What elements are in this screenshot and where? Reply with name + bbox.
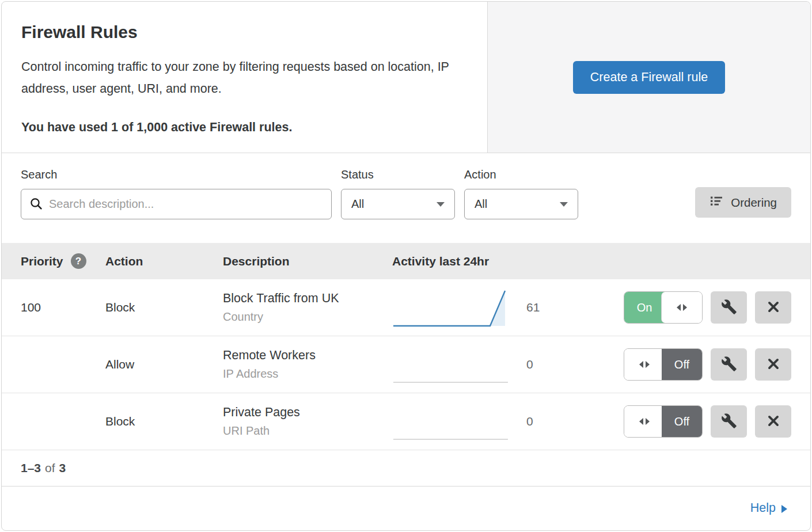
filter-bar: Search Status All Action All: [2, 153, 810, 243]
arrow-right-icon: [683, 304, 687, 311]
toggle-state-label: Off: [662, 349, 702, 380]
ordering-button[interactable]: Ordering: [695, 187, 791, 218]
edit-rule-button[interactable]: [711, 405, 747, 438]
chevron-down-icon: [560, 202, 568, 207]
status-selected-value: All: [351, 197, 364, 211]
rule-enabled-toggle[interactable]: Off: [624, 405, 703, 438]
pagination-range: 1–3: [21, 461, 41, 475]
toggle-drag-handle[interactable]: [624, 406, 665, 437]
table-row: 100 Block Block Traffic from UK Country …: [2, 279, 810, 336]
table-header: Priority ? Action Description Activity l…: [2, 243, 810, 279]
status-label: Status: [341, 168, 455, 181]
arrow-left-icon: [677, 304, 681, 311]
activity-sparkline: [392, 399, 510, 444]
table-row: Block Private Pages URI Path 0 Off: [2, 393, 810, 450]
delete-rule-button[interactable]: [755, 291, 791, 324]
rule-description: Block Traffic from UK: [223, 291, 392, 306]
rule-description: Private Pages: [223, 405, 392, 420]
activity-sparkline: [392, 342, 510, 387]
rule-action: Allow: [105, 358, 223, 371]
ordering-list-icon: [709, 194, 723, 211]
usage-note: You have used 1 of 1,000 active Firewall…: [21, 120, 468, 135]
arrow-left-icon: [639, 361, 643, 368]
action-selected-value: All: [475, 197, 487, 211]
help-link-label: Help: [750, 501, 776, 515]
search-label: Search: [21, 168, 332, 181]
delete-rule-button[interactable]: [755, 348, 791, 381]
column-priority: Priority: [21, 254, 63, 268]
delete-rule-button[interactable]: [755, 405, 791, 438]
pagination-of-label: of: [45, 461, 55, 475]
create-firewall-rule-button[interactable]: Create a Firewall rule: [573, 61, 725, 94]
activity-sparkline: [392, 285, 510, 330]
column-description: Description: [223, 254, 392, 268]
rule-description: Remote Workers: [223, 348, 392, 363]
rule-action: Block: [105, 415, 223, 428]
action-label: Action: [464, 168, 578, 181]
status-filter-group: Status All: [341, 168, 455, 243]
arrow-right-icon: [646, 361, 650, 368]
close-icon: [766, 356, 781, 373]
wrench-icon: [721, 356, 737, 374]
page-description: Control incoming traffic to your zone by…: [21, 56, 465, 100]
wrench-icon: [721, 413, 737, 431]
header-action-panel: Create a Firewall rule: [487, 2, 810, 153]
chevron-right-icon: [781, 505, 787, 513]
close-icon: [766, 299, 781, 316]
search-group: Search: [21, 168, 332, 243]
column-activity: Activity last 24hr: [392, 254, 614, 268]
rule-priority: 100: [2, 301, 105, 314]
rule-enabled-toggle[interactable]: On: [624, 291, 703, 324]
column-action: Action: [105, 254, 223, 268]
edit-rule-button[interactable]: [711, 291, 747, 324]
toggle-drag-handle[interactable]: [624, 349, 665, 380]
toggle-state-label: Off: [662, 406, 702, 437]
ordering-button-label: Ordering: [731, 196, 777, 210]
action-filter-group: Action All: [464, 168, 578, 243]
close-icon: [766, 413, 781, 430]
edit-rule-button[interactable]: [711, 348, 747, 381]
pagination-total: 3: [59, 461, 66, 475]
arrow-left-icon: [639, 418, 643, 425]
help-link[interactable]: Help: [750, 501, 787, 515]
header-text: Firewall Rules Control incoming traffic …: [2, 2, 487, 153]
status-select[interactable]: All: [341, 189, 455, 219]
activity-count: 61: [526, 301, 549, 314]
rule-type: IP Address: [223, 367, 392, 381]
activity-count: 0: [526, 358, 549, 371]
priority-help-icon[interactable]: ?: [71, 253, 86, 269]
pagination-bar: 1–3 of 3: [2, 450, 810, 487]
header: Firewall Rules Control incoming traffic …: [2, 2, 810, 153]
rule-type: Country: [223, 310, 392, 324]
page-title: Firewall Rules: [21, 22, 468, 42]
rule-action: Block: [105, 301, 223, 314]
search-input[interactable]: [21, 189, 332, 219]
help-bar: Help: [2, 487, 810, 530]
wrench-icon: [721, 299, 737, 317]
search-icon: [29, 197, 43, 213]
action-select[interactable]: All: [464, 189, 578, 219]
table-row: Allow Remote Workers IP Address 0 Off: [2, 336, 810, 393]
activity-count: 0: [526, 415, 549, 428]
rule-type: URI Path: [223, 424, 392, 438]
firewall-rules-panel: Firewall Rules Control incoming traffic …: [1, 1, 811, 531]
rule-enabled-toggle[interactable]: Off: [624, 348, 703, 381]
chevron-down-icon: [437, 202, 445, 207]
toggle-drag-handle[interactable]: [661, 292, 702, 323]
toggle-state-label: On: [624, 292, 665, 323]
arrow-right-icon: [646, 418, 650, 425]
